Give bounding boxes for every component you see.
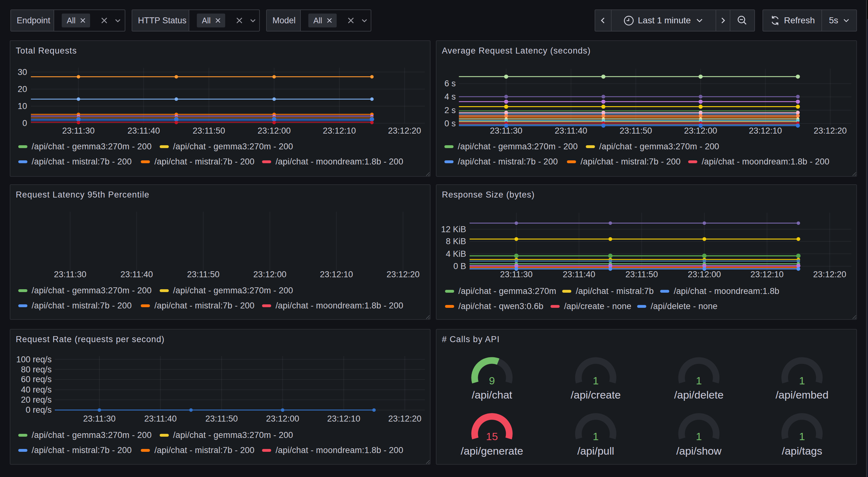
svg-text:9: 9 bbox=[489, 375, 495, 387]
svg-text:23:11:50: 23:11:50 bbox=[625, 270, 658, 279]
svg-text:1: 1 bbox=[696, 375, 702, 387]
svg-text:23:11:30: 23:11:30 bbox=[54, 270, 86, 279]
svg-text:23:12:10: 23:12:10 bbox=[327, 414, 360, 423]
svg-text:20: 20 bbox=[18, 84, 27, 94]
svg-text:100 req/s: 100 req/s bbox=[16, 355, 52, 364]
svg-text:23:11:40: 23:11:40 bbox=[121, 270, 153, 279]
svg-text:23:11:30: 23:11:30 bbox=[83, 414, 116, 423]
svg-text:/api/generate: /api/generate bbox=[461, 445, 523, 457]
svg-text:1: 1 bbox=[593, 430, 599, 442]
svg-text:4 s: 4 s bbox=[444, 92, 456, 101]
svg-text:23:11:50: 23:11:50 bbox=[187, 270, 219, 279]
svg-text:0: 0 bbox=[22, 118, 27, 128]
svg-text:23:12:10: 23:12:10 bbox=[320, 270, 353, 279]
svg-text:23:12:00: 23:12:00 bbox=[258, 126, 291, 136]
svg-text:0 B: 0 B bbox=[453, 262, 466, 271]
svg-text:23:12:00: 23:12:00 bbox=[253, 270, 286, 279]
svg-text:1: 1 bbox=[593, 375, 599, 387]
svg-text:0 s: 0 s bbox=[444, 119, 456, 128]
svg-text:/api/delete: /api/delete bbox=[674, 389, 724, 401]
svg-text:/api/show: /api/show bbox=[676, 445, 721, 457]
svg-text:30: 30 bbox=[18, 67, 27, 77]
svg-text:23:12:00: 23:12:00 bbox=[266, 414, 299, 423]
svg-text:80 req/s: 80 req/s bbox=[21, 365, 52, 374]
svg-text:/api/create: /api/create bbox=[571, 389, 621, 401]
svg-text:1: 1 bbox=[799, 430, 805, 442]
svg-text:1: 1 bbox=[799, 375, 805, 387]
svg-text:2 s: 2 s bbox=[444, 106, 456, 115]
svg-text:/api/pull: /api/pull bbox=[577, 445, 614, 457]
svg-text:23:12:20: 23:12:20 bbox=[814, 126, 847, 136]
svg-text:6 s: 6 s bbox=[444, 79, 456, 88]
svg-text:23:12:20: 23:12:20 bbox=[388, 126, 421, 136]
svg-text:4 KiB: 4 KiB bbox=[446, 249, 466, 259]
svg-text:40 req/s: 40 req/s bbox=[21, 385, 52, 394]
svg-text:23:12:00: 23:12:00 bbox=[688, 270, 721, 279]
svg-text:/api/embed: /api/embed bbox=[775, 389, 828, 401]
svg-text:8 KiB: 8 KiB bbox=[446, 237, 466, 246]
svg-text:23:11:50: 23:11:50 bbox=[193, 126, 225, 136]
svg-text:/api/chat: /api/chat bbox=[472, 389, 513, 401]
svg-text:12 KiB: 12 KiB bbox=[441, 225, 466, 234]
svg-text:23:11:30: 23:11:30 bbox=[500, 270, 533, 279]
svg-text:23:11:40: 23:11:40 bbox=[563, 270, 595, 279]
svg-text:23:11:50: 23:11:50 bbox=[205, 414, 238, 423]
svg-text:60 req/s: 60 req/s bbox=[21, 375, 52, 384]
svg-text:0 req/s: 0 req/s bbox=[26, 405, 52, 415]
svg-text:23:12:20: 23:12:20 bbox=[388, 414, 422, 423]
svg-text:/api/tags: /api/tags bbox=[782, 445, 822, 457]
svg-text:23:11:40: 23:11:40 bbox=[144, 414, 177, 423]
svg-text:10: 10 bbox=[18, 101, 27, 111]
svg-text:23:12:10: 23:12:10 bbox=[750, 270, 784, 279]
svg-text:23:11:30: 23:11:30 bbox=[62, 126, 95, 136]
svg-text:23:12:10: 23:12:10 bbox=[749, 126, 782, 136]
svg-text:23:12:10: 23:12:10 bbox=[323, 126, 356, 136]
svg-text:23:11:50: 23:11:50 bbox=[620, 126, 652, 136]
svg-text:23:11:40: 23:11:40 bbox=[128, 126, 160, 136]
svg-text:23:12:20: 23:12:20 bbox=[813, 270, 846, 279]
svg-text:20 req/s: 20 req/s bbox=[21, 395, 52, 405]
svg-text:15: 15 bbox=[486, 430, 498, 442]
svg-text:23:12:20: 23:12:20 bbox=[386, 270, 420, 279]
svg-text:1: 1 bbox=[696, 430, 702, 442]
svg-text:23:11:40: 23:11:40 bbox=[555, 126, 587, 136]
